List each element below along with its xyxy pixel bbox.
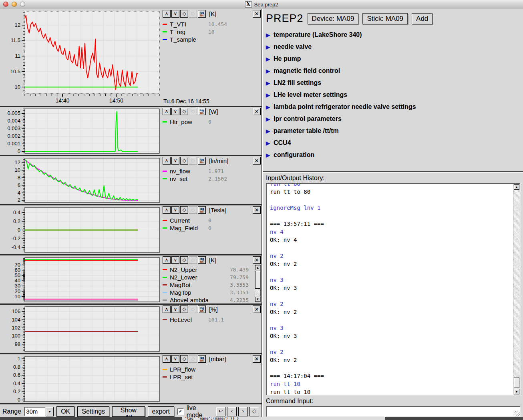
plot-magnet[interactable]: 0.40.20-0.2-0.4 (0, 205, 161, 254)
settings-button[interactable]: Settings (77, 406, 109, 417)
expand-triangle-icon[interactable]: ▶ (266, 129, 270, 134)
scale-down-icon[interactable]: ∨ (171, 256, 179, 264)
titlebar[interactable]: X Sea prep2 (0, 0, 523, 9)
add-button[interactable]: Add (412, 13, 432, 24)
legend-item-t_sample[interactable]: T_sample (163, 36, 261, 43)
legend-item-magtop[interactable]: MagTop3.3351 (163, 289, 261, 296)
chevron-down-icon[interactable]: ▼ (46, 407, 54, 416)
log-lin-toggle-icon[interactable]: loglin (198, 256, 206, 264)
expand-triangle-icon[interactable]: ▶ (266, 44, 270, 50)
legend-scrollbar[interactable]: ▲▼ (255, 265, 261, 302)
close-panel-icon[interactable]: ✕ (253, 256, 261, 264)
refresh-icon[interactable]: ↩ (216, 407, 225, 416)
zoom-icon[interactable]: ◇ (180, 157, 188, 165)
zoom-icon[interactable]: ◇ (180, 10, 188, 18)
scale-up-icon[interactable]: ∧ (163, 10, 171, 18)
legend-item-nv_set[interactable]: nv_set2.1502 (163, 175, 261, 183)
expand-triangle-icon[interactable]: ▶ (266, 153, 270, 158)
zoom-icon[interactable]: ◇ (180, 305, 188, 313)
scale-up-icon[interactable]: ∧ (163, 305, 171, 313)
legend-item-lpr_flow[interactable]: LPR_flow (163, 366, 261, 373)
plot-needle-valve[interactable]: 12108642 (0, 156, 161, 204)
legend-item-helevel[interactable]: HeLevel101.1 (163, 316, 261, 324)
expand-triangle-icon[interactable]: ▶ (266, 32, 270, 38)
device-button[interactable]: Device: MA09 (308, 13, 359, 24)
scroll-thumb[interactable] (255, 271, 260, 289)
scroll-up-icon[interactable]: ▲ (255, 265, 260, 270)
tree-item-configuration[interactable]: ▶configuration (266, 149, 523, 161)
close-panel-icon[interactable]: ✕ (253, 157, 261, 165)
expand-triangle-icon[interactable]: ▶ (266, 141, 270, 146)
expand-triangle-icon[interactable]: ▶ (266, 68, 270, 74)
expand-triangle-icon[interactable]: ▶ (266, 104, 270, 110)
legend-item-n2_upper[interactable]: N2_Upper78.439 (163, 266, 261, 273)
show-all-button[interactable]: Show All (112, 406, 145, 417)
log-lin-toggle-icon[interactable]: loglin (198, 355, 206, 363)
zoom-icon[interactable]: ◇ (180, 108, 188, 115)
scale-up-icon[interactable]: ∧ (163, 355, 171, 363)
expand-triangle-icon[interactable]: ▶ (266, 80, 270, 86)
legend-item-magbot[interactable]: MagBot3.3353 (163, 281, 261, 289)
legend-item-nv_flow[interactable]: nv_flow1.971 (163, 167, 261, 175)
tree-item-parameter-table-tt-tm[interactable]: ▶parameter table /tt/tm (266, 125, 523, 137)
legend-item-lpr_set[interactable]: LPR_set (163, 373, 261, 381)
close-window-button[interactable] (3, 2, 8, 7)
range-value[interactable]: 30m (24, 407, 46, 416)
minimize-window-button[interactable] (12, 2, 17, 7)
close-panel-icon[interactable]: ✕ (253, 206, 261, 214)
tree-item-ln2-fill-settings[interactable]: ▶LN2 fill settings (266, 77, 523, 89)
log-lin-toggle-icon[interactable]: loglin (198, 206, 206, 214)
close-panel-icon[interactable]: ✕ (253, 10, 261, 18)
scroll-thumb[interactable] (514, 378, 519, 388)
range-select[interactable]: 30m ▼ (24, 407, 54, 416)
tree-item-ccu4[interactable]: ▶CCU4 (266, 137, 523, 149)
scale-down-icon[interactable]: ∨ (171, 157, 179, 165)
tree-item-lhe-level-meter-settings[interactable]: ▶LHe level meter settings (266, 89, 523, 101)
scale-down-icon[interactable]: ∨ (171, 10, 179, 18)
tree-item-lpr-control-parameters[interactable]: ▶lpr control parameters (266, 113, 523, 125)
history-scrollbar[interactable]: ▲ ▼ (513, 184, 520, 395)
expand-triangle-icon[interactable]: ▶ (266, 56, 270, 62)
legend-item-abovelambda[interactable]: AboveLambda4.2235 (163, 296, 261, 304)
scale-up-icon[interactable]: ∧ (163, 157, 171, 165)
tree-item-he-pump[interactable]: ▶He pump (266, 53, 523, 65)
legend-item-n2_lower[interactable]: N2_Lower79.759 (163, 273, 261, 281)
close-panel-icon[interactable]: ✕ (253, 108, 261, 115)
log-lin-toggle-icon[interactable]: loglin (198, 10, 206, 18)
legend-item-t_vti[interactable]: T_VTI10.454 (163, 20, 261, 28)
history-box[interactable]: run tt 80run tt to 80 ignoreMsg lnv 1 ==… (266, 183, 521, 396)
scale-down-icon[interactable]: ∨ (171, 108, 179, 115)
zoom-icon[interactable]: ◇ (180, 206, 188, 214)
tree-item-magnetic-field-control[interactable]: ▶magnetic field control (266, 65, 523, 77)
log-lin-toggle-icon[interactable]: loglin (198, 305, 206, 313)
zoom-window-button[interactable] (20, 2, 25, 7)
expand-triangle-icon[interactable]: ▶ (266, 92, 270, 98)
tree-item-temperature-lakeshore-340[interactable]: ▶temperature (LakeShore 340) (266, 29, 523, 41)
plot-heater-power[interactable]: 0.0050.0040.0030.0020.0010 (0, 107, 161, 155)
scale-up-icon[interactable]: ∧ (163, 256, 171, 264)
expand-triangle-icon[interactable]: ▶ (266, 117, 270, 122)
scroll-down-icon[interactable]: ▼ (255, 297, 260, 302)
close-panel-icon[interactable]: ✕ (253, 355, 261, 363)
plot-he-level[interactable]: 10610410210098 (0, 305, 161, 353)
scroll-down-icon[interactable]: ▼ (514, 389, 519, 394)
export-button[interactable]: export (148, 406, 174, 417)
step-forward-icon[interactable]: › (238, 407, 248, 416)
resize-grip-icon[interactable] (515, 411, 520, 416)
zoom-icon[interactable]: ◇ (180, 355, 188, 363)
plot-lpr[interactable]: 10.80.60.40.20 (0, 354, 161, 403)
tree-item-lambda-point-refrigerator-needle-valve-settings[interactable]: ▶lambda point refrigerator needle valve … (266, 101, 523, 113)
log-lin-toggle-icon[interactable]: loglin (198, 157, 206, 165)
plot-temperature[interactable]: 1211.51110.51014:4014:50 (0, 9, 161, 106)
scale-down-icon[interactable]: ∨ (171, 305, 179, 313)
stick-button[interactable]: Stick: MA09 (362, 13, 408, 24)
scale-down-icon[interactable]: ∨ (171, 206, 179, 214)
legend-item-htr_pow[interactable]: Htr_pow0 (163, 118, 261, 126)
legend-item-current[interactable]: Current0 (163, 217, 261, 224)
legend-item-mag_field[interactable]: Mag_Field0 (163, 224, 261, 232)
scale-down-icon[interactable]: ∨ (171, 355, 179, 363)
close-panel-icon[interactable]: ✕ (253, 305, 261, 313)
zoom-icon[interactable]: ◇ (180, 256, 188, 264)
legend-item-t_reg[interactable]: T_reg10 (163, 28, 261, 36)
log-lin-toggle-icon[interactable]: loglin (198, 108, 206, 115)
